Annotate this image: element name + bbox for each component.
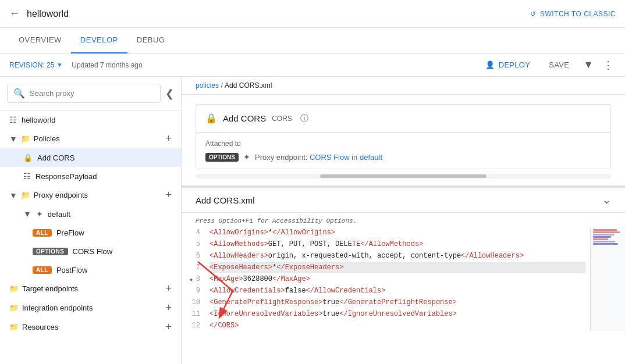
cors-flow-link[interactable]: CORS Flow xyxy=(310,153,350,162)
code-panel: Add CORS.xml ⌄ Press Option+F1 for Acces… xyxy=(182,185,625,364)
flow-connector: in xyxy=(351,153,357,162)
code-line-12: </CORS> xyxy=(209,320,585,331)
top-bar: ← helloworld ↺ SWITCH TO CLASSIC xyxy=(0,0,625,28)
folder-icon: 📁 xyxy=(21,134,30,143)
folder-icon: 📁 xyxy=(9,323,19,331)
save-dropdown-button[interactable]: ▼ xyxy=(581,56,596,73)
add-policy-button[interactable]: + xyxy=(165,133,172,145)
save-button[interactable]: SAVE xyxy=(542,57,576,73)
search-box: 🔍 xyxy=(7,84,161,103)
tree-root-item[interactable]: ☷ helloworld xyxy=(0,110,181,129)
horizontal-scrollbar[interactable] xyxy=(196,174,611,179)
info-icon[interactable]: ⓘ xyxy=(300,113,308,124)
proxy-endpoints-label: Proxy endpoints xyxy=(34,191,88,199)
minimap-line xyxy=(593,231,620,233)
search-input[interactable] xyxy=(30,89,154,98)
code-line-7: <ExposeHeaders>*</ExposeHeaders> xyxy=(209,262,585,273)
collapse-sidebar-button[interactable]: ❮ xyxy=(165,87,174,100)
switch-to-classic-link[interactable]: ↺ SWITCH TO CLASSIC xyxy=(530,10,616,18)
code-line-4: <AllowOrigins>*</AllowOrigins> xyxy=(209,227,585,238)
content-area: policies / Add CORS.xml 🔒 Add CORS CORS … xyxy=(182,77,625,364)
root-label: helloworld xyxy=(22,116,56,124)
sidebar-item-preflow[interactable]: ALL PreFlow xyxy=(0,223,181,242)
all-badge-preflow: ALL xyxy=(33,229,52,237)
attached-to-label: Attached to xyxy=(205,140,601,148)
breadcrumb-sep: / xyxy=(221,81,222,90)
sidebar-item-postflow[interactable]: ALL PostFlow xyxy=(0,260,181,279)
sidebar-item-response-payload[interactable]: ☷ ResponsePayload xyxy=(0,167,181,185)
resources-label: Resources xyxy=(22,323,58,331)
revision-label: REVISION: 25 xyxy=(9,61,54,69)
line-num-5: 5 xyxy=(186,238,200,250)
line-num-4: 4 xyxy=(186,227,200,238)
nav-tabs: OVERVIEW DEVELOP DEBUG xyxy=(0,28,625,53)
sidebar-item-add-cors[interactable]: 🔒 Add CORS xyxy=(0,148,181,167)
revision-bar: REVISION: 25 ▼ Updated 7 months ago 👤 DE… xyxy=(0,53,625,77)
policy-title: Add CORS xyxy=(223,113,266,123)
policy-card-header: 🔒 Add CORS CORS ⓘ xyxy=(196,105,610,133)
search-container: 🔍 ❮ xyxy=(0,77,181,110)
add-cors-label: Add CORS xyxy=(37,154,74,162)
proxy-endpoints-section-header[interactable]: ▼ 📁 Proxy endpoints + xyxy=(0,185,181,205)
code-line-11: <IgnoreUnresolvedVariables>true</IgnoreU… xyxy=(209,308,585,320)
tab-develop[interactable]: DEVELOP xyxy=(71,28,127,53)
policy-card: 🔒 Add CORS CORS ⓘ Attached to OPTIONS ✦ … xyxy=(196,104,611,169)
default-link[interactable]: default xyxy=(360,153,382,162)
chevron-down-icon: ▼ xyxy=(23,209,31,219)
breadcrumb-policies-link[interactable]: policies xyxy=(196,81,219,90)
code-line-8: <MaxAge>3628800</MaxAge> xyxy=(209,273,585,285)
breadcrumb-current: Add CORS.xml xyxy=(225,81,272,90)
target-endpoints-label: Target endpoints xyxy=(22,284,78,293)
add-proxy-endpoint-button[interactable]: + xyxy=(165,189,172,201)
code-editor[interactable]: Press Option+F1 for Accessibility Option… xyxy=(182,213,625,364)
revision-dropdown[interactable]: REVISION: 25 ▼ xyxy=(9,61,62,69)
response-payload-label: ResponsePayload xyxy=(35,172,97,181)
resources-section-header[interactable]: 📁 Resources + xyxy=(0,317,181,337)
code-line-10: <GeneratePreflightResponse>true</Generat… xyxy=(209,297,585,308)
default-label: default xyxy=(48,210,70,219)
target-endpoints-section-header[interactable]: 📁 Target endpoints + xyxy=(0,279,181,298)
expand-icon[interactable]: ⌄ xyxy=(602,194,611,206)
grid-icon: ☷ xyxy=(23,172,31,181)
line-num-7: 7 xyxy=(186,262,200,273)
back-icon[interactable]: ← xyxy=(9,8,20,20)
updated-text: Updated 7 months ago xyxy=(72,61,478,69)
chevron-down-icon: ▼ xyxy=(9,134,17,144)
minimap-line xyxy=(593,229,617,231)
add-target-endpoint-button[interactable]: + xyxy=(165,283,172,295)
line-num-8: ✦ 8 xyxy=(186,273,200,285)
endpoint-label: Proxy endpoint: xyxy=(255,153,307,162)
grid-icon: ☷ xyxy=(9,115,17,124)
search-icon: 🔍 xyxy=(13,88,25,99)
sidebar-item-cors-flow[interactable]: OPTIONS CORS Flow xyxy=(0,242,181,260)
integration-endpoints-label: Integration endpoints xyxy=(22,304,93,312)
flow-icon: ✦ xyxy=(243,152,250,162)
add-resource-button[interactable]: + xyxy=(165,321,172,333)
tab-debug[interactable]: DEBUG xyxy=(127,28,175,53)
folder-icon: 📁 xyxy=(21,191,30,199)
policies-section-header[interactable]: ▼ 📁 Policies + xyxy=(0,129,181,148)
policies-label: Policies xyxy=(34,134,60,143)
lock-icon: 🔒 xyxy=(23,154,33,162)
line-num-10: 10 xyxy=(186,297,200,308)
cors-flow-label: CORS Flow xyxy=(73,247,113,256)
minimap-line xyxy=(593,241,615,242)
line-num-6: 6 xyxy=(186,250,200,262)
attachment-row: OPTIONS ✦ Proxy endpoint: CORS Flow in d… xyxy=(205,152,601,162)
person-icon: 👤 xyxy=(485,60,495,69)
deploy-button[interactable]: 👤 DEPLOY xyxy=(478,57,537,73)
attached-section: Attached to OPTIONS ✦ Proxy endpoint: CO… xyxy=(196,133,610,169)
attachment-text: Proxy endpoint: CORS Flow in default xyxy=(255,153,382,162)
line-numbers: 4 5 6 7 ✦ 8 9 10 11 12 xyxy=(182,227,205,331)
all-badge-postflow: ALL xyxy=(33,266,52,274)
sidebar-item-default[interactable]: ▼ ✦ default xyxy=(0,205,181,223)
tab-overview[interactable]: OVERVIEW xyxy=(9,28,71,53)
sidebar: 🔍 ❮ ☷ helloworld ▼ 📁 Policies + 🔒 Add CO… xyxy=(0,77,182,364)
action-buttons: 👤 DEPLOY SAVE ▼ ⋮ xyxy=(478,56,616,74)
more-options-button[interactable]: ⋮ xyxy=(601,56,616,74)
add-integration-endpoint-button[interactable]: + xyxy=(165,302,172,314)
folder-icon: 📁 xyxy=(9,284,19,293)
integration-endpoints-section-header[interactable]: 📁 Integration endpoints + xyxy=(0,298,181,317)
options-badge: OPTIONS xyxy=(205,153,239,162)
minimap-content xyxy=(593,229,623,245)
